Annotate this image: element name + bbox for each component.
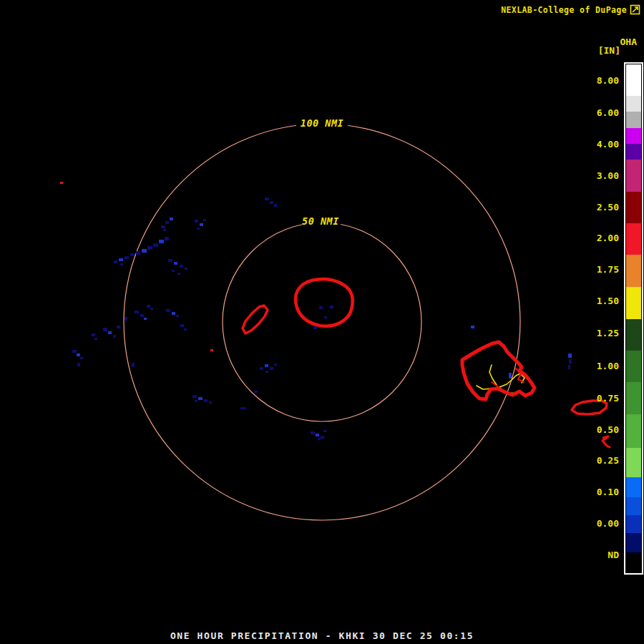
precip-speck (203, 219, 206, 221)
precip-speck (150, 308, 153, 310)
precip-speck (330, 306, 333, 308)
precip-speck (569, 359, 572, 364)
precip-speck (180, 265, 183, 268)
highway-h2 (489, 365, 497, 385)
precip-speck (168, 259, 172, 262)
precip-speck (260, 367, 263, 370)
radar-map: 100 NMI50 NMI (0, 0, 644, 644)
legend-segment (626, 552, 641, 572)
legend-segment (626, 414, 641, 448)
precip-speck (140, 314, 144, 317)
precip-speck (321, 436, 324, 439)
brand-text: NEXLAB-College of DuPage (501, 5, 627, 15)
precip-speck (324, 316, 327, 318)
export-arrow-icon (630, 4, 640, 15)
legend-segment (626, 477, 641, 497)
ring-label: 100 NMI (301, 117, 343, 129)
island-niihau (243, 306, 268, 333)
precip-speck (254, 391, 258, 393)
precip-speck (323, 430, 326, 432)
precip-speck (274, 364, 277, 366)
precip-speck (130, 253, 135, 256)
legend-segment (626, 128, 641, 144)
radar-screen: 100 NMI50 NMI NEXLAB-College of DuPage O… (0, 0, 644, 644)
legend-segment (626, 192, 641, 223)
legend-label: 1.75 (597, 264, 619, 275)
precip-speck (270, 201, 273, 204)
red-speck (60, 182, 63, 184)
precip-speck (180, 324, 184, 327)
precip-speck (265, 364, 268, 367)
legend-segment (626, 497, 641, 515)
legend-label: ND (608, 550, 619, 561)
legend-label: 6.00 (597, 107, 619, 119)
legend-label: 3.00 (597, 170, 619, 182)
range-ring (124, 124, 520, 520)
legend-label: 0.00 (597, 518, 619, 530)
precip-speck (108, 331, 112, 334)
legend-label: 1.25 (597, 328, 619, 339)
precip-speck (316, 434, 319, 436)
precip-speck (311, 431, 315, 434)
precip-speck (132, 363, 135, 367)
precip-speck (161, 225, 165, 228)
legend-label: 0.10 (597, 487, 619, 498)
precip-speck (94, 338, 97, 340)
precip-speck (265, 197, 269, 200)
ring-label: 50 NMI (302, 215, 339, 227)
precip-speck (159, 240, 164, 243)
legend-label: 0.50 (597, 424, 619, 436)
precip-speck (184, 328, 187, 331)
range-ring (223, 223, 421, 421)
precip-speck (318, 438, 321, 440)
legend-label: 1.50 (597, 296, 619, 307)
precip-speck (509, 373, 512, 379)
brand-row: NEXLAB-College of DuPage (501, 4, 640, 15)
legend-segment (626, 223, 641, 255)
precip-speck (209, 401, 212, 404)
precip-speck (80, 357, 83, 359)
red-speck (210, 349, 213, 351)
legend-segment (626, 96, 641, 112)
precip-speck (313, 326, 317, 329)
precip-speck (165, 237, 169, 240)
precip-speck (77, 363, 80, 366)
precip-speck (117, 326, 120, 328)
precip-speck (119, 258, 123, 261)
precip-speck (240, 407, 246, 409)
legend-label: 2.00 (597, 233, 619, 244)
precip-speck (204, 399, 208, 402)
legend-label: 8.00 (597, 75, 619, 87)
precip-speck (174, 262, 177, 265)
precip-speck (163, 229, 166, 231)
precip-speck (113, 335, 116, 338)
legend-segment (626, 144, 641, 160)
precip-speck (176, 315, 179, 317)
legend-label: 1.00 (597, 361, 619, 372)
legend-segment (626, 448, 641, 477)
precip-speck (103, 328, 107, 331)
legend-color-bar (624, 62, 643, 575)
precip-speck (72, 350, 77, 353)
precip-speck (319, 306, 323, 309)
legend-segment (626, 160, 641, 192)
precip-speck (114, 260, 117, 263)
precip-speck (568, 365, 570, 369)
precip-speck (92, 333, 95, 336)
legend-segment (626, 319, 641, 351)
legend-segment (626, 515, 641, 533)
product-caption: ONE HOUR PRECIPITATION - KHKI 30 DEC 25 … (0, 630, 644, 641)
precip-speck (165, 221, 169, 224)
precip-speck (274, 204, 277, 207)
legend-units: [IN] (598, 45, 620, 56)
legend-segment (626, 64, 641, 96)
island-oahu (462, 342, 535, 399)
precip-speck (172, 312, 175, 315)
precip-speck (135, 311, 139, 313)
precip-speck (144, 318, 147, 320)
precip-speck (568, 353, 572, 358)
precip-speck (177, 273, 180, 275)
precip-speck (170, 218, 173, 220)
legend-label: 2.50 (597, 202, 619, 213)
legend-segment (626, 255, 641, 287)
